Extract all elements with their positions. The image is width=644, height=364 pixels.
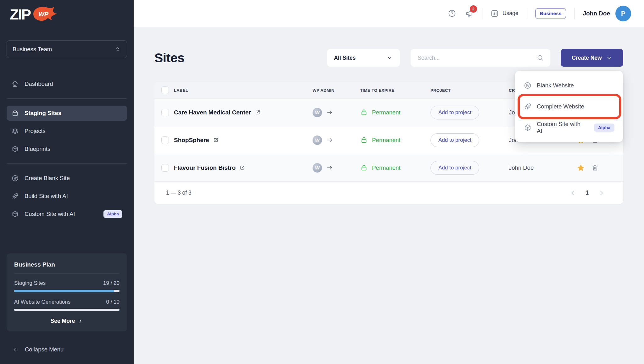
sidebar-item-dashboard[interactable]: Dashboard (7, 76, 127, 91)
notifications-button[interactable]: 2 (465, 9, 474, 18)
search-input[interactable] (417, 54, 536, 62)
search-icon[interactable] (536, 54, 544, 62)
chevron-right-icon (78, 319, 83, 324)
site-name[interactable]: Flavour Fusion Bistro (174, 164, 236, 171)
create-new-label: Create New (572, 55, 602, 61)
menu-item-complete-website[interactable]: Complete Website (515, 96, 623, 117)
lock-icon (360, 108, 368, 116)
layers-icon (11, 127, 19, 135)
svg-text:W: W (14, 177, 17, 180)
svg-text:W: W (526, 83, 530, 87)
external-link-icon[interactable] (239, 165, 245, 171)
row-checkbox[interactable] (161, 109, 169, 116)
svg-text:WP: WP (38, 11, 49, 18)
arrow-right-icon[interactable] (326, 164, 333, 171)
add-to-project-button[interactable]: Add to project (430, 106, 479, 119)
progress-fill (14, 290, 114, 292)
alpha-badge: Alpha (103, 210, 122, 218)
sidebar-item-label: Staging Sites (25, 110, 61, 117)
plan-badge[interactable]: Business (535, 8, 566, 19)
wordpress-icon: W (11, 174, 19, 182)
sidebar-item-label: Dashboard (25, 80, 53, 87)
brand-flame-icon: WP (32, 6, 58, 22)
plan-metric-label: Staging Sites (14, 280, 46, 286)
user-name[interactable]: John Doe (583, 10, 610, 17)
chevron-down-icon (386, 54, 393, 61)
site-name[interactable]: ShopSphere (174, 137, 209, 144)
topbar-divider (574, 8, 575, 19)
arrow-right-icon[interactable] (326, 109, 333, 116)
topbar-divider (527, 8, 527, 19)
topbar: 2 Usage Business John Doe P (134, 0, 644, 27)
pagination-prev-icon[interactable] (569, 189, 576, 197)
see-more-label: See More (51, 318, 75, 324)
search-box (411, 49, 550, 67)
chevron-down-icon (606, 55, 612, 61)
plan-metric: Staging Sites 19 / 20 (14, 280, 119, 286)
plan-metric-label: AI Website Generations (14, 299, 70, 305)
wordpress-admin-icon[interactable]: W (313, 163, 322, 173)
row-checkbox[interactable] (161, 136, 169, 144)
lock-icon (360, 136, 368, 144)
see-more-link[interactable]: See More (14, 318, 119, 324)
page-header: Sites All Sites Create New (154, 49, 623, 67)
menu-item-blank-website[interactable]: W Blank Website (515, 75, 623, 96)
sidebar-divider (7, 163, 127, 164)
wordpress-admin-icon[interactable]: W (313, 135, 322, 145)
pagination-next-icon[interactable] (598, 189, 605, 197)
wordpress-icon: W (524, 81, 532, 90)
external-link-icon[interactable] (255, 109, 261, 115)
site-name[interactable]: Care Haven Medical Center (174, 109, 251, 116)
select-all-checkbox[interactable] (161, 86, 169, 94)
rocket-icon (11, 192, 19, 200)
plan-divider (14, 273, 119, 274)
expire-status: Permanent (372, 164, 401, 171)
row-checkbox[interactable] (161, 164, 169, 172)
external-link-icon[interactable] (213, 137, 219, 143)
menu-item-label: Custom Site with AI (537, 121, 586, 135)
add-to-project-button[interactable]: Add to project (430, 161, 479, 175)
usage-button[interactable]: Usage (491, 9, 519, 18)
table-row: Flavour Fusion Bistro W Permanent (154, 154, 623, 181)
notification-count-badge: 2 (470, 5, 477, 13)
collapse-menu-button[interactable]: Collapse Menu (7, 342, 127, 357)
sidebar-item-create-blank-site[interactable]: W Create Blank Site (7, 171, 127, 186)
column-header-wp-admin: WP ADMIN (313, 88, 360, 93)
team-selector-value: Business Team (13, 46, 52, 53)
menu-item-custom-site-with-ai[interactable]: Custom Site with AI Alpha (515, 117, 623, 138)
main-area: 2 Usage Business John Doe P Sites All Si… (134, 0, 644, 364)
trash-icon[interactable] (591, 164, 599, 172)
sidebar-item-label: Create Blank Site (25, 175, 70, 182)
archive-box-icon (11, 109, 19, 117)
create-new-button[interactable]: Create New (561, 49, 623, 67)
pagination-range: 1 — 3 of 3 (166, 190, 192, 196)
sidebar-item-projects[interactable]: Projects (7, 124, 127, 139)
sidebar-item-build-site-with-ai[interactable]: Build Site with AI (7, 189, 127, 204)
sidebar-item-label: Custom Site with AI (25, 211, 75, 218)
expire-status: Permanent (372, 109, 401, 116)
pagination-current-page[interactable]: 1 (586, 190, 589, 196)
sidebar-item-staging-sites[interactable]: Staging Sites (7, 106, 127, 121)
team-selector[interactable]: Business Team (7, 40, 127, 58)
add-to-project-button[interactable]: Add to project (430, 133, 479, 147)
sidebar-nav: Dashboard Staging Sites Projects Bluepri… (7, 76, 127, 224)
bar-chart-icon (491, 9, 499, 18)
page-title: Sites (154, 51, 185, 65)
sidebar-item-blueprints[interactable]: Blueprints (7, 141, 127, 157)
sites-filter-select[interactable]: All Sites (327, 49, 400, 67)
sites-filter-value: All Sites (334, 55, 356, 61)
sidebar: ZIP WP Business Team Dashboard Staging S… (0, 0, 134, 364)
sidebar-item-label: Blueprints (25, 146, 50, 152)
arrow-right-icon[interactable] (326, 136, 333, 144)
star-icon[interactable] (576, 163, 585, 172)
avatar[interactable]: P (615, 6, 631, 21)
sidebar-item-custom-site-with-ai[interactable]: Custom Site with AI Alpha (7, 207, 127, 222)
brand-logo[interactable]: ZIP WP (7, 4, 127, 24)
help-icon[interactable] (448, 9, 456, 18)
lock-icon (360, 164, 368, 172)
table-pagination: 1 — 3 of 3 1 (154, 181, 623, 204)
topbar-divider (482, 8, 482, 19)
created-by: John Doe (509, 164, 576, 171)
wordpress-admin-icon[interactable]: W (313, 108, 322, 117)
progress-bar-ai-generations (14, 309, 119, 311)
